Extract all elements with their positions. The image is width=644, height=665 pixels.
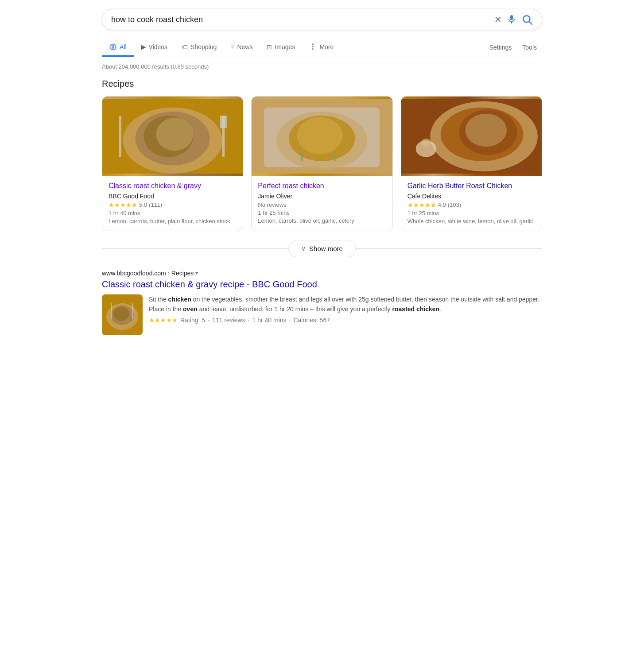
recipe-card-1-title: Classic roast chicken & gravy	[109, 182, 237, 191]
recipe-card-3-reviews: (103)	[448, 201, 461, 208]
svg-line-2	[529, 22, 532, 24]
food-illustration-1	[102, 97, 243, 176]
shopping-icon: 🏷	[182, 43, 188, 50]
food-illustration-3	[401, 97, 542, 176]
recipe-card-3-stars: ★★★★★	[407, 201, 436, 209]
tab-all-label: All	[120, 43, 127, 50]
show-more-button[interactable]: ∨ Show more	[288, 240, 356, 257]
svg-point-18	[297, 117, 343, 154]
show-more-line-left	[102, 248, 288, 249]
result-meta-dot1: ·	[208, 317, 209, 324]
recipe-card-3-title: Garlic Herb Butter Roast Chicken	[407, 182, 535, 191]
svg-point-31	[113, 307, 129, 321]
result-meta-time: 1 hr 40 mins	[252, 317, 287, 324]
recipe-card-3-ingredients: Whole chicken, white wine, lemon, olive …	[407, 218, 535, 224]
result-breadcrumb: www.bbcgoodfood.com › Recipes ▾	[102, 270, 542, 277]
svg-point-3	[110, 44, 116, 50]
recipe-card-2-no-reviews-text: No reviews	[258, 201, 286, 208]
result-meta-dot2: ·	[248, 317, 250, 324]
top-search-result: www.bbcgoodfood.com › Recipes ▾ Classic …	[102, 270, 542, 335]
result-thumbnail-img	[102, 294, 143, 335]
svg-point-25	[465, 114, 506, 147]
tab-images-label: Images	[275, 43, 295, 50]
recipe-card-2-no-reviews: No reviews	[258, 201, 386, 208]
nav-settings[interactable]: Settings	[484, 39, 517, 55]
recipe-card-2-time: 1 hr 25 mins	[258, 209, 386, 216]
recipe-card-3-body: Garlic Herb Butter Roast Chicken Cafe De…	[401, 176, 542, 231]
recipe-card-1-stars: ★★★★★	[109, 201, 137, 209]
images-icon: ⊡	[267, 43, 272, 50]
result-breadcrumb-url: www.bbcgoodfood.com	[102, 270, 166, 277]
food-illustration-2	[252, 97, 392, 176]
more-icon: ⋮	[309, 43, 317, 51]
result-thumbnail	[102, 294, 143, 335]
search-bar: ✕	[102, 9, 542, 30]
recipe-card-2[interactable]: Perfect roast chicken Jamie Oliver No re…	[251, 96, 392, 231]
videos-icon: ▶	[141, 43, 146, 51]
result-breadcrumb-section: Recipes	[171, 270, 194, 277]
result-title-link[interactable]: Classic roast chicken & gravy recipe - B…	[102, 278, 542, 290]
recipe-card-1-ingredients: Lemon, carrots, butter, plain flour, chi…	[109, 218, 237, 224]
svg-rect-13	[220, 116, 227, 128]
recipe-card-3[interactable]: Garlic Herb Butter Roast Chicken Cafe De…	[401, 96, 542, 231]
svg-rect-33	[132, 303, 133, 319]
tab-all[interactable]: All	[102, 39, 134, 57]
svg-point-0	[510, 15, 513, 18]
tab-news[interactable]: ≡ News	[224, 39, 260, 56]
news-icon: ≡	[231, 43, 234, 50]
result-meta-calories: Calories: 567	[293, 317, 330, 324]
result-meta-rating: Rating: 5	[180, 317, 205, 324]
result-snippet: Sit the chicken on the vegetables, smoth…	[149, 294, 542, 314]
recipes-heading: Recipes	[102, 79, 542, 89]
voice-icon[interactable]	[506, 14, 517, 25]
tab-more[interactable]: ⋮ More	[302, 38, 341, 57]
recipe-card-3-image	[401, 97, 542, 176]
svg-point-27	[421, 139, 431, 147]
tab-news-label: News	[237, 43, 252, 50]
recipe-card-2-ingredients: Lemon, carrots, olive oil, garlic, celer…	[258, 217, 386, 224]
svg-rect-11	[119, 116, 121, 157]
result-meta-dot3: ·	[289, 317, 291, 324]
clear-icon[interactable]: ✕	[494, 14, 502, 25]
recipe-card-1-rating-num: 5.0	[139, 201, 147, 208]
recipe-card-1-time: 1 hr 40 mins	[109, 210, 237, 217]
chevron-down-icon: ∨	[301, 245, 306, 252]
recipes-section: Recipes Classic roast chicken	[102, 79, 542, 257]
recipe-card-2-image	[252, 97, 392, 176]
recipe-card-1[interactable]: Classic roast chicken & gravy BBC Good F…	[102, 96, 243, 231]
nav-tabs: All ▶ Videos 🏷 Shopping ≡ News ⊡ Images …	[102, 38, 542, 57]
recipe-card-3-rating: ★★★★★ 4.9 (103)	[407, 201, 535, 209]
svg-rect-20	[334, 155, 336, 161]
tab-videos[interactable]: ▶ Videos	[134, 39, 175, 57]
breadcrumb-dropdown-icon[interactable]: ▾	[195, 270, 198, 276]
tab-videos-label: Videos	[149, 43, 168, 50]
recipe-card-1-image	[102, 97, 243, 176]
svg-rect-19	[301, 153, 303, 161]
result-count: About 204,000,000 results (0.69 seconds)	[102, 63, 542, 70]
show-more-container: ∨ Show more	[102, 240, 542, 257]
recipe-card-2-title: Perfect roast chicken	[258, 182, 386, 191]
show-more-line-right	[356, 248, 542, 249]
result-meta-reviews: 111 reviews	[212, 317, 245, 324]
recipe-card-3-source: Cafe Delites	[407, 193, 535, 200]
recipe-card-3-rating-num: 4.9	[438, 201, 446, 208]
result-body: Sit the chicken on the vegetables, smoth…	[102, 294, 542, 335]
tab-shopping[interactable]: 🏷 Shopping	[175, 39, 224, 56]
recipe-card-3-time: 1 hr 25 mins	[407, 210, 535, 217]
recipe-cards: Classic roast chicken & gravy BBC Good F…	[102, 96, 542, 231]
tab-images[interactable]: ⊡ Images	[260, 39, 302, 56]
search-submit-icon[interactable]	[521, 14, 533, 25]
all-icon	[109, 43, 117, 51]
recipe-card-1-reviews: (111)	[149, 201, 162, 208]
tab-shopping-label: Shopping	[190, 43, 217, 50]
svg-point-10	[156, 118, 193, 151]
search-input[interactable]	[111, 15, 490, 24]
recipe-card-2-body: Perfect roast chicken Jamie Oliver No re…	[252, 176, 392, 230]
nav-tools[interactable]: Tools	[517, 39, 542, 55]
recipe-card-1-body: Classic roast chicken & gravy BBC Good F…	[102, 176, 243, 231]
svg-rect-32	[111, 303, 112, 319]
recipe-card-1-source: BBC Good Food	[109, 193, 237, 200]
show-more-label: Show more	[309, 245, 343, 252]
breadcrumb-arrow-icon: ›	[168, 270, 170, 276]
result-meta: ★★★★★ Rating: 5 · 111 reviews · 1 hr 40 …	[149, 317, 542, 324]
